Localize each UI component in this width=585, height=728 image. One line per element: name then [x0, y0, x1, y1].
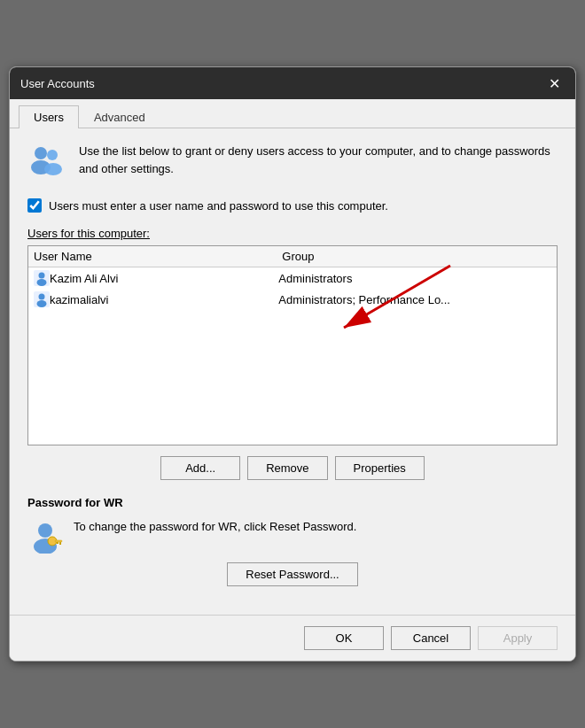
close-button[interactable]: ✕ — [543, 73, 565, 94]
remove-button[interactable]: Remove — [247, 456, 327, 480]
users-table: User Name Group Kazim Ali Alvi Administr… — [27, 245, 558, 445]
password-section: Password for WR To change the password f… — [27, 496, 558, 586]
tab-users[interactable]: Users — [19, 105, 79, 128]
password-text: To change the password for WR, click Res… — [74, 518, 356, 536]
svg-point-3 — [44, 163, 62, 175]
arrow-container — [28, 310, 557, 311]
checkbox-row: Users must enter a user name and passwor… — [27, 198, 558, 213]
svg-point-6 — [37, 279, 47, 286]
user-group-1: Administrators; Performance Lo... — [278, 293, 548, 306]
table-row[interactable]: kazimalialvi Administrators; Performance… — [28, 289, 557, 310]
info-text: Use the list below to grant or deny user… — [79, 143, 558, 177]
password-row: To change the password for WR, click Res… — [27, 518, 558, 554]
user-name-0: Kazim Ali Alvi — [50, 272, 278, 285]
user-icon — [34, 270, 50, 286]
tab-bar: Users Advanced — [10, 99, 575, 128]
svg-rect-16 — [59, 542, 61, 545]
user-name-1: kazimalialvi — [50, 293, 278, 306]
title-bar: User Accounts ✕ — [10, 67, 575, 99]
svg-point-8 — [39, 294, 45, 300]
reset-password-button[interactable]: Reset Password... — [227, 562, 358, 586]
info-row: Use the list below to grant or deny user… — [27, 143, 558, 184]
svg-point-12 — [38, 523, 52, 538]
user-accounts-dialog: User Accounts ✕ Users Advanced Use the l — [9, 66, 576, 662]
action-buttons: Add... Remove Properties — [27, 456, 558, 480]
users-info-icon — [27, 143, 66, 184]
bottom-buttons: OK Cancel Apply — [10, 615, 575, 661]
user-group-0: Administrators — [278, 272, 548, 285]
svg-point-5 — [39, 273, 45, 279]
col-username-header: User Name — [34, 250, 282, 263]
table-header: User Name Group — [28, 246, 557, 267]
reset-btn-row: Reset Password... — [27, 562, 558, 586]
svg-rect-17 — [57, 542, 58, 544]
cancel-button[interactable]: Cancel — [391, 626, 471, 650]
password-icon — [27, 518, 63, 554]
svg-point-0 — [35, 147, 47, 159]
user-icon — [34, 291, 50, 307]
properties-button[interactable]: Properties — [335, 456, 425, 480]
ok-button[interactable]: OK — [304, 626, 384, 650]
users-section-label: Users for this computer: — [27, 227, 558, 240]
checkbox-label: Users must enter a user name and passwor… — [49, 199, 388, 213]
require-login-checkbox[interactable] — [27, 198, 42, 213]
main-content: Use the list below to grant or deny user… — [10, 128, 575, 615]
window-title: User Accounts — [20, 77, 95, 90]
password-title: Password for WR — [27, 496, 558, 509]
svg-point-2 — [47, 150, 58, 160]
table-row[interactable]: Kazim Ali Alvi Administrators — [28, 267, 557, 289]
add-button[interactable]: Add... — [160, 456, 240, 480]
apply-button[interactable]: Apply — [478, 626, 558, 650]
tab-advanced[interactable]: Advanced — [79, 105, 160, 128]
table-body: Kazim Ali Alvi Administrators kazimalial… — [28, 267, 557, 445]
col-group-header: Group — [282, 250, 551, 263]
svg-point-9 — [37, 300, 47, 307]
svg-rect-15 — [55, 540, 62, 542]
